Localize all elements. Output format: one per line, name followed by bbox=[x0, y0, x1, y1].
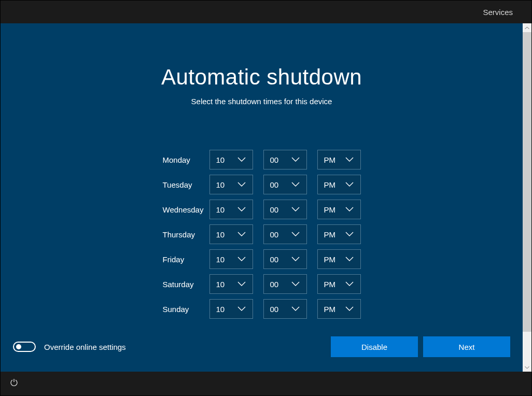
chevron-down-icon bbox=[345, 256, 354, 262]
period-dropdown[interactable]: PM bbox=[317, 175, 361, 194]
schedule-row: Wednesday1000PM bbox=[163, 197, 361, 222]
period-value: PM bbox=[324, 230, 336, 239]
page-subtitle: Select the shutdown times for this devic… bbox=[191, 97, 332, 106]
minute-dropdown[interactable]: 00 bbox=[263, 299, 307, 319]
footer: Override online settings Disable Next bbox=[13, 336, 510, 357]
minute-value: 00 bbox=[270, 255, 279, 264]
chevron-down-icon bbox=[291, 181, 300, 188]
period-value: PM bbox=[324, 180, 336, 189]
minute-value: 00 bbox=[270, 205, 279, 214]
disable-button[interactable]: Disable bbox=[331, 336, 418, 357]
chevron-down-icon bbox=[291, 256, 300, 262]
chevron-down-icon bbox=[345, 206, 354, 213]
scroll-down-button[interactable] bbox=[523, 363, 531, 372]
schedule-row: Saturday1000PM bbox=[163, 272, 361, 296]
titlebar: Services bbox=[1, 1, 531, 23]
schedule-row: Monday1000PM bbox=[163, 147, 361, 172]
chevron-down-icon bbox=[345, 157, 354, 163]
content: Automatic shutdown Select the shutdown t… bbox=[1, 23, 523, 372]
chevron-down-icon bbox=[345, 281, 354, 287]
day-label: Tuesday bbox=[163, 180, 209, 189]
period-dropdown[interactable]: PM bbox=[317, 200, 361, 219]
scroll-up-button[interactable] bbox=[523, 23, 531, 32]
chevron-down-icon bbox=[237, 306, 246, 312]
hour-value: 10 bbox=[216, 305, 225, 314]
hour-value: 10 bbox=[216, 180, 225, 189]
chevron-down-icon bbox=[237, 256, 246, 262]
minute-dropdown[interactable]: 00 bbox=[263, 150, 307, 169]
period-dropdown[interactable]: PM bbox=[317, 299, 361, 319]
hour-value: 10 bbox=[216, 255, 225, 264]
hour-value: 10 bbox=[216, 205, 225, 214]
hour-dropdown[interactable]: 10 bbox=[209, 150, 253, 169]
content-wrap: Automatic shutdown Select the shutdown t… bbox=[1, 23, 531, 372]
minute-value: 00 bbox=[270, 155, 279, 164]
minute-dropdown[interactable]: 00 bbox=[263, 224, 307, 244]
hour-value: 10 bbox=[216, 155, 225, 164]
schedule-row: Thursday1000PM bbox=[163, 222, 361, 247]
override-toggle[interactable] bbox=[13, 342, 36, 352]
toggle-knob bbox=[16, 344, 21, 349]
day-label: Saturday bbox=[163, 280, 209, 289]
minute-dropdown[interactable]: 00 bbox=[263, 175, 307, 194]
day-label: Thursday bbox=[163, 230, 209, 239]
chevron-down-icon bbox=[291, 206, 300, 213]
period-value: PM bbox=[324, 280, 336, 289]
minute-value: 00 bbox=[270, 305, 279, 314]
day-label: Wednesday bbox=[163, 205, 209, 214]
vertical-scrollbar[interactable] bbox=[523, 23, 531, 372]
minute-value: 00 bbox=[270, 230, 279, 239]
chevron-down-icon bbox=[237, 281, 246, 287]
period-dropdown[interactable]: PM bbox=[317, 224, 361, 244]
hour-value: 10 bbox=[216, 230, 225, 239]
day-label: Friday bbox=[163, 255, 209, 264]
next-button[interactable]: Next bbox=[423, 336, 510, 357]
period-value: PM bbox=[324, 205, 336, 214]
minute-dropdown[interactable]: 00 bbox=[263, 274, 307, 294]
chevron-down-icon bbox=[345, 181, 354, 188]
hour-dropdown[interactable]: 10 bbox=[209, 175, 253, 194]
window: Services Automatic shutdown Select the s… bbox=[0, 0, 532, 396]
period-dropdown[interactable]: PM bbox=[317, 150, 361, 169]
chevron-down-icon bbox=[237, 181, 246, 188]
chevron-down-icon bbox=[345, 306, 354, 312]
hour-dropdown[interactable]: 10 bbox=[209, 224, 253, 244]
minute-dropdown[interactable]: 00 bbox=[263, 200, 307, 219]
schedule-grid: Monday1000PMTuesday1000PMWednesday1000PM… bbox=[163, 147, 361, 321]
period-dropdown[interactable]: PM bbox=[317, 249, 361, 269]
period-dropdown[interactable]: PM bbox=[317, 274, 361, 294]
day-label: Monday bbox=[163, 155, 209, 164]
chevron-down-icon bbox=[291, 281, 300, 287]
hour-value: 10 bbox=[216, 280, 225, 289]
chevron-down-icon bbox=[291, 306, 300, 312]
chevron-down-icon bbox=[291, 231, 300, 237]
override-group: Override online settings bbox=[13, 342, 126, 352]
schedule-row: Friday1000PM bbox=[163, 247, 361, 272]
bottombar bbox=[1, 372, 531, 395]
chevron-down-icon bbox=[237, 157, 246, 163]
scroll-track[interactable] bbox=[523, 332, 531, 363]
hour-dropdown[interactable]: 10 bbox=[209, 299, 253, 319]
schedule-row: Tuesday1000PM bbox=[163, 172, 361, 197]
day-label: Sunday bbox=[163, 305, 209, 314]
hour-dropdown[interactable]: 10 bbox=[209, 274, 253, 294]
hour-dropdown[interactable]: 10 bbox=[209, 249, 253, 269]
period-value: PM bbox=[324, 255, 336, 264]
chevron-down-icon bbox=[237, 206, 246, 213]
chevron-down-icon bbox=[345, 231, 354, 237]
minute-dropdown[interactable]: 00 bbox=[263, 249, 307, 269]
period-value: PM bbox=[324, 155, 336, 164]
titlebar-label: Services bbox=[483, 8, 513, 17]
override-label: Override online settings bbox=[44, 343, 126, 351]
power-icon[interactable] bbox=[10, 378, 18, 389]
chevron-down-icon bbox=[237, 231, 246, 237]
footer-buttons: Disable Next bbox=[331, 336, 510, 357]
scroll-thumb[interactable] bbox=[523, 32, 531, 332]
chevron-down-icon bbox=[291, 157, 300, 163]
schedule-row: Sunday1000PM bbox=[163, 296, 361, 321]
hour-dropdown[interactable]: 10 bbox=[209, 200, 253, 219]
period-value: PM bbox=[324, 305, 336, 314]
minute-value: 00 bbox=[270, 180, 279, 189]
minute-value: 00 bbox=[270, 280, 279, 289]
page-title: Automatic shutdown bbox=[161, 65, 362, 90]
